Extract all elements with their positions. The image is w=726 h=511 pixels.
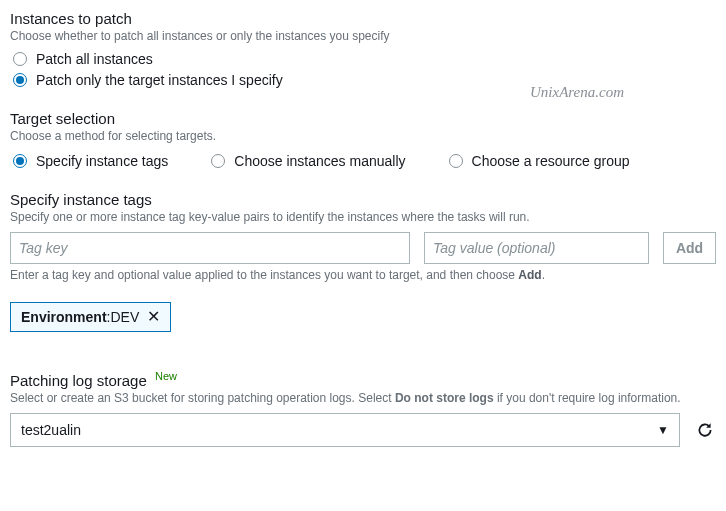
radio-choose-manually[interactable]: Choose instances manually: [208, 153, 405, 169]
instances-to-patch-section: Instances to patch Choose whether to pat…: [10, 10, 716, 88]
specify-instance-tags-section: Specify instance tags Specify one or mor…: [10, 191, 716, 332]
radio-icon: [13, 73, 27, 87]
radio-icon: [13, 52, 27, 66]
radio-label: Choose a resource group: [469, 153, 630, 169]
section-title: Patching log storage New: [10, 370, 716, 389]
section-desc: Select or create an S3 bucket for storin…: [10, 391, 716, 405]
tag-chip-key: Environment: [21, 309, 107, 325]
section-desc: Specify one or more instance tag key-val…: [10, 210, 716, 224]
tag-chip-value: DEV: [110, 309, 139, 325]
radio-icon: [449, 154, 463, 168]
radio-resource-group[interactable]: Choose a resource group: [446, 153, 630, 169]
radio-label: Specify instance tags: [33, 153, 168, 169]
tag-chip-environment: Environment : DEV ✕: [10, 302, 171, 332]
patching-log-storage-section: Patching log storage New Select or creat…: [10, 370, 716, 447]
tag-helper-text: Enter a tag key and optional value appli…: [10, 268, 716, 282]
radio-patch-all[interactable]: Patch all instances: [10, 51, 716, 67]
radio-label: Patch all instances: [33, 51, 153, 67]
watermark-text: UnixArena.com: [530, 84, 624, 101]
new-badge: New: [155, 370, 177, 382]
radio-icon: [13, 154, 27, 168]
remove-tag-icon[interactable]: ✕: [147, 310, 160, 324]
tag-key-input[interactable]: [10, 232, 410, 264]
add-tag-button[interactable]: Add: [663, 232, 716, 264]
radio-specify-tags[interactable]: Specify instance tags: [10, 153, 168, 169]
radio-icon: [211, 154, 225, 168]
radio-label: Choose instances manually: [231, 153, 405, 169]
section-title: Target selection: [10, 110, 716, 127]
refresh-button[interactable]: [694, 419, 716, 441]
s3-bucket-select[interactable]: test2ualin ▼: [10, 413, 680, 447]
section-title: Instances to patch: [10, 10, 716, 27]
select-value: test2ualin: [21, 422, 81, 438]
section-desc: Choose whether to patch all instances or…: [10, 29, 716, 43]
radio-label: Patch only the target instances I specif…: [33, 72, 283, 88]
chevron-down-icon: ▼: [657, 423, 669, 437]
refresh-icon: [696, 421, 714, 439]
section-title: Specify instance tags: [10, 191, 716, 208]
tag-value-input[interactable]: [424, 232, 649, 264]
target-selection-section: Target selection Choose a method for sel…: [10, 110, 716, 169]
section-desc: Choose a method for selecting targets.: [10, 129, 716, 143]
